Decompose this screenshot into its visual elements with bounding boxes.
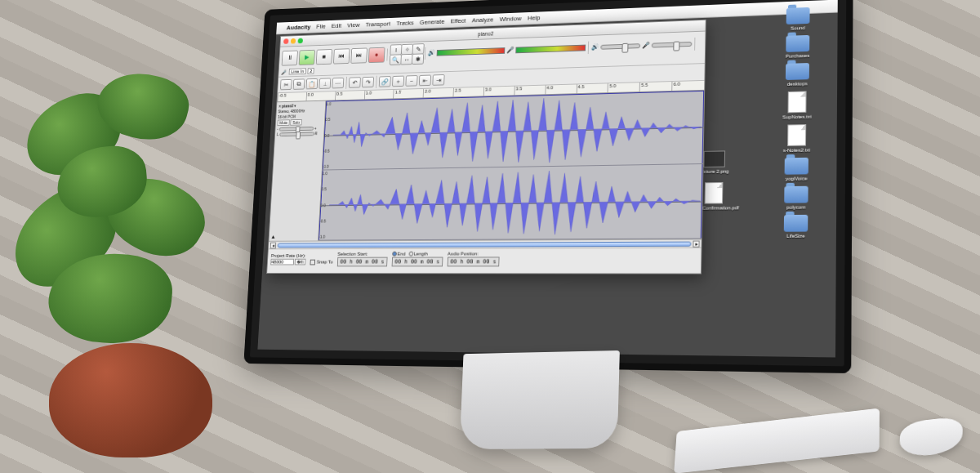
desktop-folder-yogivoice[interactable]: yogiVoice [762, 157, 832, 181]
speaker-icon: 🔊 [428, 49, 436, 56]
ruler-tick: 3.0 [483, 87, 514, 96]
menu-effect[interactable]: Effect [451, 17, 466, 25]
imac-monitor: Audacity File Edit View Transport Tracks… [243, 0, 853, 373]
desktop-folder-desktops[interactable]: desktops [763, 62, 832, 87]
tracks-panel: ✕piano2▾ Stereo, 48000Hz 16-bit PCM Mute… [269, 91, 704, 241]
gain-slider[interactable] [278, 126, 314, 131]
selection-start-time[interactable]: 00 h 00 m 00 s [337, 257, 388, 267]
audacity-window: piano2 ⏸ ▶ ■ ⏮ ⏭ ● I ✧ ✎ 🔍 ↔ [266, 20, 706, 274]
waveform-area[interactable]: 1.00.50.0-0.5-1.0 1.00.50.0-0.5-1.0 [318, 91, 704, 241]
scroll-left-icon[interactable]: ◂ [270, 242, 277, 248]
end-radio[interactable] [392, 252, 397, 257]
menu-analyze[interactable]: Analyze [472, 16, 494, 25]
ruler-tick: 3.5 [514, 86, 545, 96]
desktop-file-supnotes[interactable]: SupNotes.txt [763, 91, 832, 121]
desktop-folder-polycom[interactable]: polycom [761, 185, 831, 210]
fit-selection-button[interactable]: ⇤ [419, 75, 431, 87]
project-rate-stepper[interactable]: �ift [295, 259, 306, 266]
ruler-tick: -0.5 [277, 92, 306, 101]
pan-slider[interactable] [279, 132, 314, 136]
input-device-select[interactable]: Line In [289, 68, 306, 74]
play-button[interactable]: ▶ [299, 49, 315, 65]
zoom-out-button[interactable]: － [405, 75, 417, 87]
ruler-tick: 5.5 [639, 82, 672, 91]
scroll-right-icon[interactable]: ▸ [693, 240, 699, 247]
record-button[interactable]: ● [368, 47, 385, 62]
skip-end-button[interactable]: ⏭ [350, 47, 368, 63]
menu-generate[interactable]: Generate [420, 18, 445, 26]
ruler-tick: 2.5 [453, 87, 484, 97]
selection-toolbar: Project Rate (Hz): �ift Snap To [267, 248, 701, 270]
waveform-left-channel[interactable]: 1.00.50.0-0.5-1.0 [323, 91, 704, 171]
selection-start-label: Selection Start: [337, 252, 388, 257]
fit-project-button[interactable]: ⇥ [432, 74, 444, 86]
ruler-tick: 1.5 [394, 89, 424, 98]
plant-pot [49, 343, 212, 457]
ruler-tick: 6.0 [671, 81, 704, 91]
menu-tracks[interactable]: Tracks [396, 20, 414, 27]
redo-button[interactable]: ↷ [362, 77, 374, 88]
zoom-in-button[interactable]: ＋ [392, 76, 404, 87]
skip-start-button[interactable]: ⏮ [333, 48, 350, 64]
output-volume-slider[interactable] [600, 43, 640, 50]
menu-transport[interactable]: Transport [365, 20, 390, 29]
snap-to-label: Snap To [317, 260, 333, 265]
selection-end-time[interactable]: 00 h 00 m 00 s [391, 257, 443, 267]
length-radio[interactable] [408, 252, 413, 257]
menu-help[interactable]: Help [528, 14, 541, 21]
desktop-folder-purchases[interactable]: Purchases [764, 34, 833, 60]
mute-button[interactable]: Mute [277, 119, 289, 126]
menu-edit[interactable]: Edit [332, 22, 342, 29]
audio-position-time[interactable]: 00 h 00 m 00 s [447, 257, 499, 266]
desktop-icons-right: Sound Purchases desktops SupNotes.txt s-… [761, 7, 833, 239]
input-device-icon: 🎤 [281, 69, 286, 75]
menu-view[interactable]: View [347, 21, 360, 29]
mic-icon: 🎤 [506, 47, 514, 54]
input-volume-slider[interactable] [652, 41, 693, 47]
project-rate-input[interactable] [270, 259, 294, 266]
trim-button[interactable]: ⟂ [318, 78, 331, 89]
track-control-panel[interactable]: ✕piano2▾ Stereo, 48000Hz 16-bit PCM Mute… [269, 101, 326, 241]
playback-meter[interactable] [437, 47, 506, 56]
potted-plant [0, 65, 229, 457]
undo-button[interactable]: ↶ [349, 77, 361, 88]
desktop-folder-lifesize[interactable]: LifeSize [761, 215, 831, 239]
ruler-tick: 4.0 [545, 84, 577, 94]
ruler-tick: 1.0 [364, 90, 394, 99]
photo-scene: Audacity File Edit View Transport Tracks… [0, 0, 980, 473]
macos-desktop: Audacity File Edit View Transport Tracks… [257, 0, 837, 357]
input-channels-select[interactable]: 2 [307, 68, 314, 74]
ruler-tick: 5.0 [608, 83, 639, 92]
desktop-file-snotes2[interactable]: s-Notes2.txt [762, 123, 831, 153]
desktop-folder-sound[interactable]: Sound [764, 7, 832, 32]
ruler-tick: 0.0 [305, 91, 335, 100]
ruler-tick: 2.0 [423, 88, 453, 98]
solo-button[interactable]: Solo [290, 119, 302, 126]
waveform-right-channel[interactable]: 1.00.50.0-0.5-1.0 [318, 164, 702, 241]
mouse [899, 416, 964, 458]
track-name: piano2 [282, 104, 293, 109]
menu-audacity[interactable]: Audacity [287, 24, 311, 31]
record-meter[interactable] [515, 44, 586, 53]
pause-button[interactable]: ⏸ [282, 50, 298, 65]
stop-button[interactable]: ■ [316, 49, 332, 65]
menu-window[interactable]: Window [500, 15, 522, 23]
audio-position-label: Audio Position: [448, 251, 500, 256]
sync-lock-icon[interactable]: 🔗 [379, 76, 391, 87]
ruler-tick: 4.5 [576, 83, 608, 93]
keyboard [674, 408, 880, 473]
monitor-stand [460, 350, 620, 449]
collapse-track-icon[interactable]: ▲ [270, 234, 317, 239]
silence-button[interactable]: ⋯ [332, 78, 344, 89]
mic-slider-icon: 🎤 [642, 42, 650, 49]
menu-file[interactable]: File [316, 23, 326, 30]
multi-tool-icon[interactable]: ✱ [412, 53, 424, 65]
scrollbar-thumb[interactable] [278, 241, 692, 248]
snap-to-checkbox[interactable] [310, 259, 315, 265]
paste-button[interactable]: 📋 [305, 78, 318, 89]
ruler-tick: 0.5 [335, 91, 364, 100]
cut-button[interactable]: ✂ [280, 79, 292, 90]
project-rate-label: Project Rate (Hz): [271, 253, 306, 258]
copy-button[interactable]: ⧉ [293, 78, 305, 89]
speaker-slider-icon: 🔊 [591, 43, 599, 51]
